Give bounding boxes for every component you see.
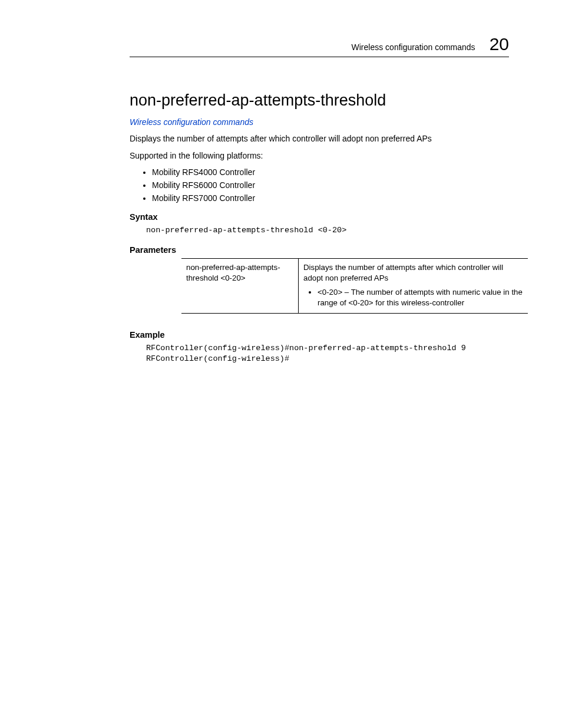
syntax-code: non-preferred-ap-attempts-threshold <0-2…: [146, 225, 509, 236]
list-item: Mobility RFS6000 Controller: [152, 180, 509, 190]
supported-platforms-label: Supported in the following platforms:: [130, 150, 509, 162]
example-heading: Example: [130, 330, 509, 340]
header-section-title: Wireless configuration commands: [352, 42, 475, 52]
parameters-table: non-preferred-ap-attempts-threshold <0-2…: [181, 258, 528, 314]
document-page: Wireless configuration commands 20 non-p…: [0, 0, 562, 728]
list-item: Mobility RFS4000 Controller: [152, 167, 509, 177]
list-item: Mobility RFS7000 Controller: [152, 193, 509, 203]
param-desc-cell: Displays the number of attempts after wh…: [299, 259, 528, 314]
param-desc-text: Displays the number of attempts after wh…: [303, 263, 503, 282]
example-code: RFController(config-wireless)#non-prefer…: [146, 343, 509, 364]
page-header: Wireless configuration commands 20: [130, 34, 509, 57]
page-content: non-preferred-ap-attempts-threshold Wire…: [130, 91, 509, 364]
platforms-list: Mobility RFS4000 Controller Mobility RFS…: [130, 167, 509, 203]
param-desc-bullet: <0-20> – The number of attempts with num…: [318, 287, 523, 308]
table-row: non-preferred-ap-attempts-threshold <0-2…: [181, 259, 528, 314]
command-title: non-preferred-ap-attempts-threshold: [130, 91, 509, 110]
breadcrumb-link[interactable]: Wireless configuration commands: [130, 117, 253, 127]
chapter-number: 20: [490, 34, 509, 54]
command-description: Displays the number of attempts after wh…: [130, 133, 509, 144]
param-name-cell: non-preferred-ap-attempts-threshold <0-2…: [181, 259, 299, 314]
syntax-heading: Syntax: [130, 212, 509, 222]
parameters-heading: Parameters: [130, 245, 509, 255]
